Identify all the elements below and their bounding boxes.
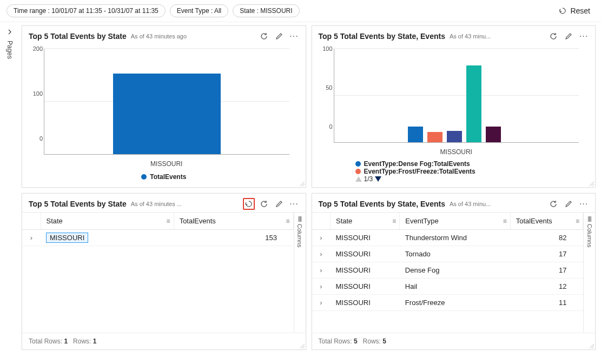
cell-total: 11 bbox=[510, 295, 583, 311]
card-title: Top 5 Total Events by State bbox=[29, 32, 127, 41]
more-icon[interactable]: ··· bbox=[288, 30, 300, 42]
refresh-icon[interactable] bbox=[547, 198, 559, 210]
more-icon[interactable]: ··· bbox=[578, 30, 590, 42]
cell-total: 82 bbox=[510, 230, 583, 246]
resize-handle-icon[interactable] bbox=[589, 343, 594, 348]
columns-icon: |||| bbox=[298, 216, 301, 222]
legend-prev-icon[interactable] bbox=[355, 176, 362, 182]
filter-state[interactable]: State : MISSOURI bbox=[233, 4, 299, 17]
expand-row-icon[interactable]: › bbox=[312, 295, 331, 311]
columns-rail[interactable]: |||| Columns bbox=[294, 213, 306, 333]
undo-icon[interactable] bbox=[243, 198, 255, 210]
bar-hail[interactable] bbox=[447, 131, 462, 142]
legend-label: EventType:Frost/Freeze:TotalEvents bbox=[364, 168, 475, 175]
bar-frost-freeze[interactable] bbox=[427, 132, 443, 142]
cell-total: 153 bbox=[174, 230, 293, 246]
legend-next-icon[interactable] bbox=[375, 176, 381, 182]
results-table: State≡ TotalEvents≡ › MISSOURI 153 bbox=[22, 213, 294, 246]
ytick: 100 bbox=[30, 90, 43, 97]
column-menu-icon[interactable]: ≡ bbox=[167, 217, 170, 225]
column-menu-icon[interactable]: ≡ bbox=[286, 217, 289, 225]
refresh-icon[interactable] bbox=[258, 30, 270, 42]
filter-time-range[interactable]: Time range : 10/01/07 at 11:35 - 10/31/0… bbox=[6, 4, 166, 17]
card-title: Top 5 Total Events by State, Events bbox=[319, 200, 445, 208]
cell-event: Frost/Freeze bbox=[400, 295, 510, 311]
cell-event: Hail bbox=[400, 279, 510, 295]
card-title: Top 5 Total Events by State bbox=[29, 200, 127, 208]
undo-icon bbox=[558, 6, 567, 15]
column-menu-icon[interactable]: ≡ bbox=[576, 217, 579, 225]
results-table: State≡ EventType≡ TotalEvents≡ ›MISSOURI… bbox=[312, 213, 584, 311]
legend-label: EventType:Dense Fog:TotalEvents bbox=[364, 160, 470, 168]
cell-event: Tornado bbox=[400, 246, 510, 262]
card-subtitle: As of 43 minu... bbox=[450, 33, 491, 39]
more-icon[interactable]: ··· bbox=[288, 198, 300, 210]
cell-state: MISSOURI bbox=[331, 262, 400, 279]
ytick: 0 bbox=[30, 135, 43, 142]
legend-label: TotalEvents bbox=[150, 173, 186, 181]
reset-button[interactable]: Reset bbox=[554, 4, 595, 17]
card-title: Top 5 Total Events by State, Events bbox=[319, 32, 445, 41]
card-subtitle: As of 43 minutes ago bbox=[131, 33, 187, 39]
card-chart-events: Top 5 Total Events by State, Events As o… bbox=[312, 25, 596, 188]
expand-row-icon[interactable]: › bbox=[22, 230, 41, 246]
table-row[interactable]: › MISSOURI 153 bbox=[22, 230, 293, 246]
expand-row-icon[interactable]: › bbox=[312, 279, 331, 295]
table-row[interactable]: ›MISSOURIThunderstorm Wind82 bbox=[312, 230, 583, 246]
col-event[interactable]: EventType≡ bbox=[400, 213, 510, 230]
col-state[interactable]: State≡ bbox=[41, 213, 174, 230]
column-menu-icon[interactable]: ≡ bbox=[503, 217, 507, 225]
expand-row-icon[interactable]: › bbox=[312, 262, 331, 279]
ytick: 100 bbox=[320, 45, 333, 52]
card-table-states: Top 5 Total Events by State As of 43 min… bbox=[22, 193, 306, 350]
table-footer: Total Rows: 1 Rows: 1 bbox=[22, 333, 306, 349]
columns-rail[interactable]: |||| Columns bbox=[583, 213, 595, 333]
more-icon[interactable]: ··· bbox=[578, 198, 590, 210]
ytick: 50 bbox=[320, 84, 333, 91]
refresh-icon[interactable] bbox=[547, 30, 559, 42]
reset-label: Reset bbox=[570, 6, 590, 15]
bar-missouri[interactable] bbox=[113, 74, 221, 154]
card-chart-states: Top 5 Total Events by State As of 43 min… bbox=[22, 25, 306, 188]
bar-tornado[interactable] bbox=[486, 127, 501, 142]
columns-label: Columns bbox=[296, 224, 303, 247]
edit-icon[interactable] bbox=[563, 30, 574, 42]
cell-state: MISSOURI bbox=[331, 246, 400, 262]
chart-legend: EventType:Dense Fog:TotalEvents EventTyp… bbox=[318, 159, 590, 175]
col-total[interactable]: TotalEvents≡ bbox=[510, 213, 583, 230]
resize-handle-icon[interactable] bbox=[299, 343, 305, 348]
refresh-icon[interactable] bbox=[258, 198, 270, 210]
expand-row-icon[interactable]: › bbox=[312, 230, 331, 246]
edit-icon[interactable] bbox=[273, 198, 285, 210]
col-state[interactable]: State≡ bbox=[331, 213, 400, 230]
table-footer: Total Rows: 5 Rows: 5 bbox=[312, 333, 596, 349]
table-row[interactable]: ›MISSOURIFrost/Freeze11 bbox=[312, 295, 583, 311]
cell-state: MISSOURI bbox=[331, 230, 400, 246]
table-row[interactable]: ›MISSOURIHail12 bbox=[312, 279, 583, 295]
pages-rail: Pages bbox=[0, 22, 19, 362]
legend-swatch-icon bbox=[141, 174, 147, 180]
bar-thunderstorm-wind[interactable] bbox=[466, 65, 481, 142]
expand-row-icon[interactable]: › bbox=[312, 246, 331, 262]
x-category-label: MISSOURI bbox=[44, 160, 289, 168]
filter-event-type[interactable]: Event Type : All bbox=[170, 4, 229, 17]
pages-expand-icon[interactable] bbox=[6, 29, 13, 35]
cell-total: 17 bbox=[510, 262, 583, 279]
resize-handle-icon[interactable] bbox=[589, 181, 594, 186]
col-total[interactable]: TotalEvents≡ bbox=[174, 213, 293, 230]
chart-plot: 0 50 100 MISSOURI bbox=[334, 49, 579, 159]
edit-icon[interactable] bbox=[563, 198, 574, 210]
bar-dense-fog[interactable] bbox=[408, 127, 423, 142]
legend-pager: 1/3 bbox=[318, 175, 590, 183]
column-menu-icon[interactable]: ≡ bbox=[392, 217, 396, 225]
table-row[interactable]: ›MISSOURITornado17 bbox=[312, 246, 583, 262]
edit-icon[interactable] bbox=[273, 30, 285, 42]
x-category-label: MISSOURI bbox=[334, 148, 579, 156]
resize-handle-icon[interactable] bbox=[299, 181, 305, 186]
card-subtitle: As of 43 minu... bbox=[450, 201, 491, 207]
dashboard-grid: Top 5 Total Events by State As of 43 min… bbox=[19, 22, 601, 362]
card-subtitle: As of 43 minutes ... bbox=[131, 201, 182, 207]
table-row[interactable]: ›MISSOURIDense Fog17 bbox=[312, 262, 583, 279]
pages-label: Pages bbox=[6, 41, 14, 59]
cell-total: 12 bbox=[510, 279, 583, 295]
